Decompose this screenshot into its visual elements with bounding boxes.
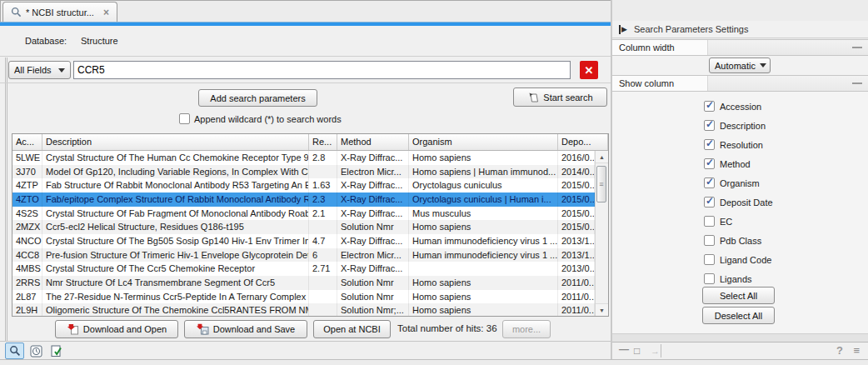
- table-row[interactable]: 2RRS Nmr Structure Of Lc4 Transmembrane …: [12, 276, 595, 290]
- cell-description: Crystal Structure Of The Bg505 Sosip Gp1…: [42, 234, 309, 248]
- select-all-button[interactable]: Select All: [702, 287, 775, 304]
- column-header-resolution[interactable]: Re...: [309, 134, 337, 150]
- collapse-section-icon[interactable]: [852, 47, 862, 48]
- minimize-icon[interactable]: —: [619, 342, 629, 356]
- table-row[interactable]: 4CC8 Pre-fusion Structure Of Trimeric Hi…: [12, 248, 595, 262]
- column-width-dropdown[interactable]: Automatic: [709, 58, 771, 73]
- show-column-option[interactable]: Ligands: [704, 269, 865, 288]
- side-panel-footer: — □ → ? ≡: [612, 342, 868, 359]
- table-row[interactable]: 3J70 Model Of Gp120, Including Variable …: [12, 165, 595, 179]
- table-row[interactable]: 4S2S Crystal Structure Of Fab Fragment O…: [12, 207, 595, 221]
- database-row: Database: Structure: [0, 26, 611, 57]
- table-row[interactable]: 4ZTP Fab Structure Of Rabbit Monoclonal …: [12, 178, 595, 192]
- dock-icon[interactable]: →: [651, 344, 661, 358]
- cell-organism: Oryctolagus cuniculus | Human i...: [409, 192, 558, 207]
- column-header-method[interactable]: Method: [337, 134, 409, 150]
- add-search-parameters-button[interactable]: Add search parameters: [198, 89, 317, 107]
- cell-accession: 4MBS: [12, 262, 42, 276]
- cell-organism: Homo sapiens: [409, 220, 558, 234]
- column-header-deposit-date[interactable]: Depo...: [558, 134, 608, 150]
- field-selector-dropdown[interactable]: All Fields: [8, 61, 71, 79]
- tab-ncbi-structure-search[interactable]: * NCBI structur... ×: [2, 2, 117, 22]
- tab-close-icon[interactable]: ×: [103, 7, 109, 18]
- table-row[interactable]: 5LWE Crystal Structure Of The Human Cc C…: [12, 151, 595, 165]
- show-column-option[interactable]: Pdb Class: [704, 231, 865, 250]
- scrollbar-thumb[interactable]: ≡: [596, 166, 606, 202]
- clear-x-icon: ✕: [585, 64, 594, 77]
- checkbox[interactable]: [704, 235, 715, 246]
- history-view-button[interactable]: [27, 342, 46, 359]
- search-view-button[interactable]: [5, 342, 24, 359]
- cell-organism: Homo sapiens: [409, 290, 558, 304]
- table-row[interactable]: 2L87 The 27-Residue N-Terminus Ccr5-Pept…: [12, 290, 595, 304]
- show-column-option[interactable]: EC: [704, 212, 865, 231]
- scroll-up-icon[interactable]: ▲: [596, 151, 608, 163]
- table-row[interactable]: 2L9H Oligomeric Structure Of The Chemoki…: [12, 303, 595, 316]
- checkbox[interactable]: [704, 101, 715, 112]
- side-panel: ▶ Search Parameters Settings Column widt…: [612, 0, 868, 365]
- cell-organism: Human immunodeficiency virus 1 ...: [409, 234, 558, 248]
- search-editor: Database: Structure All Fields ✕ Add sea…: [0, 26, 611, 365]
- cell-description: Model Of Gp120, Including Variable Regio…: [42, 165, 309, 179]
- download-and-save-button[interactable]: Download and Save: [184, 320, 307, 338]
- vertical-scrollbar[interactable]: ▲ ≡ ▼: [595, 151, 608, 316]
- open-at-ncbi-button[interactable]: Open at NCBI: [313, 320, 391, 338]
- section-column-width[interactable]: Column width: [612, 39, 868, 56]
- start-search-button[interactable]: Start search: [513, 88, 607, 107]
- panel-menu-icon[interactable]: ≡: [853, 344, 860, 358]
- show-column-option[interactable]: Ligand Code: [704, 250, 865, 269]
- search-view-icon: [9, 345, 21, 357]
- deselect-all-button[interactable]: Deselect All: [702, 307, 775, 324]
- checkbox[interactable]: [704, 197, 715, 208]
- cell-method: X-Ray Diffrac...: [337, 192, 409, 207]
- table-row[interactable]: 4MBS Crystal Structure Of The Ccr5 Chemo…: [12, 262, 595, 276]
- collapse-panel-icon[interactable]: ▶: [619, 25, 627, 34]
- show-column-option[interactable]: Accession: [704, 97, 865, 116]
- open-ncbi-label: Open at NCBI: [323, 324, 380, 334]
- help-icon[interactable]: ?: [836, 344, 843, 358]
- wildcard-row[interactable]: Append wildcard (*) to search words: [179, 113, 342, 124]
- cell-deposit-date: 2011/0...: [558, 290, 595, 304]
- column-header-description[interactable]: Description: [42, 134, 309, 150]
- search-query-input[interactable]: [73, 61, 571, 79]
- checkbox[interactable]: [704, 139, 715, 150]
- table-row[interactable]: 2MZX Ccr5-ecl2 Helical Structure, Residu…: [12, 220, 595, 234]
- show-column-option[interactable]: Organism: [704, 173, 865, 192]
- column-header-accession[interactable]: Ac...: [12, 134, 42, 150]
- cell-resolution: 2.8: [309, 151, 337, 165]
- table-row[interactable]: 4NCO Crystal Structure Of The Bg505 Sosi…: [12, 234, 595, 248]
- show-column-option[interactable]: Method: [704, 154, 865, 173]
- checkbox[interactable]: [704, 254, 715, 265]
- show-column-option[interactable]: Deposit Date: [704, 192, 865, 212]
- results-table: Ac... Description Re... Method Organism …: [12, 133, 609, 317]
- application-window: * NCBI structur... × Database: Structure…: [0, 0, 868, 365]
- checkbox[interactable]: [704, 216, 715, 227]
- cell-resolution: [309, 220, 337, 234]
- column-header-organism[interactable]: Organism: [409, 134, 558, 150]
- element-info-view-button[interactable]: [47, 342, 66, 359]
- database-label: Database:: [25, 36, 67, 46]
- collapse-section-icon[interactable]: [852, 82, 862, 84]
- cell-organism: Homo sapiens: [409, 276, 558, 290]
- cell-method: Solution Nmr;...: [337, 303, 409, 316]
- clear-search-button[interactable]: ✕: [580, 61, 598, 79]
- cell-accession: 2L87: [12, 290, 42, 304]
- checkbox-label: Accession: [720, 102, 761, 112]
- show-column-option[interactable]: Description: [704, 116, 865, 135]
- maximize-icon[interactable]: □: [634, 344, 640, 358]
- table-row[interactable]: 4ZTO Fab/epitope Complex Structure Of Ra…: [12, 192, 595, 207]
- download-save-icon: [197, 323, 209, 335]
- column-width-value: Automatic: [715, 61, 756, 71]
- wildcard-checkbox[interactable]: [179, 113, 190, 124]
- more-button[interactable]: more...: [502, 320, 551, 338]
- checkbox[interactable]: [704, 273, 715, 284]
- checkbox[interactable]: [704, 120, 715, 131]
- checkbox[interactable]: [704, 178, 715, 188]
- download-and-open-button[interactable]: Download and Open: [55, 320, 178, 338]
- checkbox[interactable]: [704, 158, 715, 169]
- show-column-option[interactable]: Resolution: [704, 135, 865, 154]
- side-panel-header[interactable]: ▶ Search Parameters Settings: [612, 21, 868, 38]
- scroll-down-icon[interactable]: ▼: [596, 303, 608, 316]
- section-show-column[interactable]: Show column: [612, 75, 868, 92]
- cell-method: Electron Micr...: [337, 248, 409, 262]
